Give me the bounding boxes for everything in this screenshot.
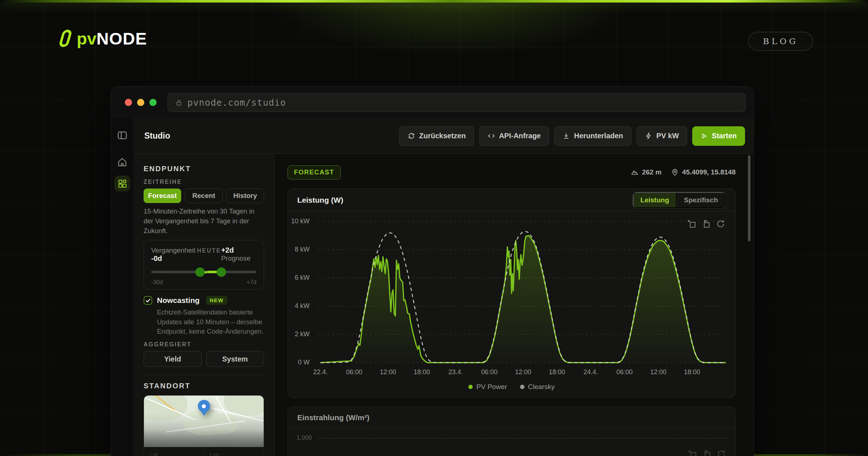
page-title: Studio [144, 131, 170, 141]
x-tick-label: 18:00 [414, 368, 430, 376]
zoom-box-icon[interactable] [687, 219, 696, 228]
maximize-window-icon[interactable] [149, 99, 157, 106]
lat-label: Lat [150, 452, 198, 456]
nowcasting-description: Echtzeit-Satellitendaten basierte Update… [157, 308, 264, 336]
zoom-box-icon[interactable] [688, 449, 697, 456]
nowcasting-label[interactable]: Nowcasting [157, 296, 200, 305]
irradiance-ytick: 1,000 [297, 434, 312, 442]
play-icon [701, 132, 708, 140]
nowcasting-checkbox[interactable] [144, 296, 152, 305]
x-tick-label: 12:00 [515, 368, 531, 376]
sidebar: ENDPUNKT ZEITREIHE Forecast Recent Histo… [133, 154, 275, 456]
power-chart-svg [318, 218, 726, 366]
api-request-button-label: API-Anfrage [499, 132, 541, 140]
power-plot-zone: 0 W2 kW4 kW6 kW8 kW10 kW [288, 218, 726, 366]
brand-logo-icon [58, 30, 72, 47]
reset-axes-icon[interactable] [702, 219, 711, 228]
segment-history[interactable]: History [226, 189, 264, 203]
endpoint-section-title: ENDPUNKT [144, 165, 264, 173]
pv-kw-button[interactable]: PV kW [637, 126, 687, 146]
download-button[interactable]: Herunterladen [554, 126, 631, 146]
legend-label: PV Power [476, 383, 507, 391]
lock-icon [175, 99, 183, 106]
url-bar[interactable]: pvnode.com/studio [167, 93, 746, 112]
past-label: Vergangenheit -0d [151, 246, 197, 263]
minimize-window-icon[interactable] [137, 99, 144, 106]
start-button[interactable]: Starten [692, 126, 745, 146]
timeseries-segments: Forecast Recent History [144, 189, 264, 203]
past-value: -0d [151, 254, 162, 262]
aggregate-yield-button[interactable]: Yield [144, 351, 202, 367]
legend-item[interactable]: Clearsky [520, 383, 555, 391]
time-range-slider[interactable] [151, 267, 256, 277]
refresh-icon[interactable] [716, 219, 725, 228]
api-request-button[interactable]: API-Anfrage [479, 126, 549, 146]
y-tick-label: 10 kW [291, 218, 310, 225]
coordinates-meta: 45.4099, 15.8148 [671, 168, 736, 176]
y-tick-label: 0 W [298, 359, 310, 366]
code-icon [488, 132, 495, 140]
map-pin-icon [198, 400, 210, 412]
irradiance-chart-card: Einstrahlung (W/m²) 1,000 [288, 406, 736, 456]
power-chart-card: Leistung (W) Leistung Spezifisch 0 W2 kW… [288, 189, 736, 398]
sidebar-divider [144, 375, 264, 375]
refresh-icon[interactable] [717, 449, 726, 456]
location-section-title: STANDORT [144, 382, 264, 390]
x-tick-label: 24.4. [583, 368, 598, 376]
legend-label: Clearsky [528, 383, 555, 391]
left-icon-rail [111, 118, 133, 456]
brand-logo[interactable]: pvnode [61, 30, 147, 47]
timeseries-label: ZEITREIHE [144, 179, 264, 185]
reset-button[interactable]: Zurücksetzen [399, 126, 474, 146]
lat-field[interactable]: Lat 45.40989 [144, 447, 204, 456]
main-panel: FORECAST 262 m 45.4099, 15.8148 [275, 154, 754, 456]
toggle-leistung[interactable]: Leistung [633, 192, 677, 208]
url-text: pvnode.com/studio [187, 97, 286, 108]
segment-forecast[interactable]: Forecast [144, 189, 181, 203]
y-axis-labels: 0 W2 kW4 kW6 kW8 kW10 kW [288, 218, 312, 366]
legend-item[interactable]: PV Power [468, 383, 507, 391]
y-tick-label: 4 kW [295, 302, 310, 310]
slider-max-label: +7d [247, 279, 256, 286]
irradiance-chart-title: Einstrahlung (W/m²) [297, 413, 369, 422]
legend-dot-icon [468, 385, 473, 389]
browser-chrome: pvnode.com/studio [111, 86, 754, 118]
aggregate-system-button[interactable]: System [206, 351, 264, 367]
aggregate-options: Yield System [144, 351, 264, 367]
segment-recent[interactable]: Recent [185, 189, 222, 203]
x-tick-label: 23.4. [448, 368, 463, 376]
time-range-panel: Vergangenheit -0d HEUTE +2d Prognose [144, 240, 264, 290]
close-window-icon[interactable] [125, 99, 132, 106]
brand-logo-text: pvnode [77, 30, 147, 47]
blog-button[interactable]: BLOG [748, 32, 813, 51]
toggle-spezifisch[interactable]: Spezifisch [677, 192, 726, 208]
location-map[interactable] [144, 396, 264, 447]
legend-dot-icon [520, 385, 524, 389]
lon-field[interactable]: Lon 15.81482 [204, 447, 264, 456]
x-axis-labels: 22.4.06:0012:0018:0023.4.06:0012:0018:00… [318, 368, 726, 379]
new-badge: NEW [206, 296, 227, 305]
coordinates-value: 45.4099, 15.8148 [682, 168, 736, 176]
scrollbar-thumb[interactable] [748, 155, 750, 241]
y-tick-label: 8 kW [295, 246, 310, 253]
power-plot[interactable] [318, 218, 726, 366]
slider-start-handle[interactable] [195, 267, 205, 277]
slider-min-label: -30d [151, 279, 163, 286]
location-card: Lat 45.40989 Lon 15.81482 [144, 395, 264, 456]
toolbar: Zurücksetzen API-Anfrage Herunterladen P… [399, 126, 745, 146]
x-tick-label: 18:00 [549, 368, 565, 376]
app-header: Studio Zurücksetzen API-Anfrage Herunter… [133, 118, 754, 154]
forecast-badge: FORECAST [288, 165, 341, 180]
home-icon[interactable] [117, 157, 128, 169]
future-label: +2d Prognose [221, 246, 256, 262]
irradiance-plot-toolbar [688, 449, 726, 456]
studio-blocks-icon[interactable] [114, 176, 130, 191]
reset-button-label: Zurücksetzen [419, 132, 466, 140]
y-tick-label: 2 kW [295, 330, 310, 338]
reset-axes-icon[interactable] [702, 449, 711, 456]
bolt-icon [645, 132, 652, 140]
location-pin-icon [671, 168, 679, 176]
sidebar-toggle-icon[interactable] [117, 130, 128, 142]
slider-end-handle[interactable] [217, 267, 226, 277]
browser-window: pvnode.com/studio Studio Zurücksetzen [111, 86, 754, 456]
